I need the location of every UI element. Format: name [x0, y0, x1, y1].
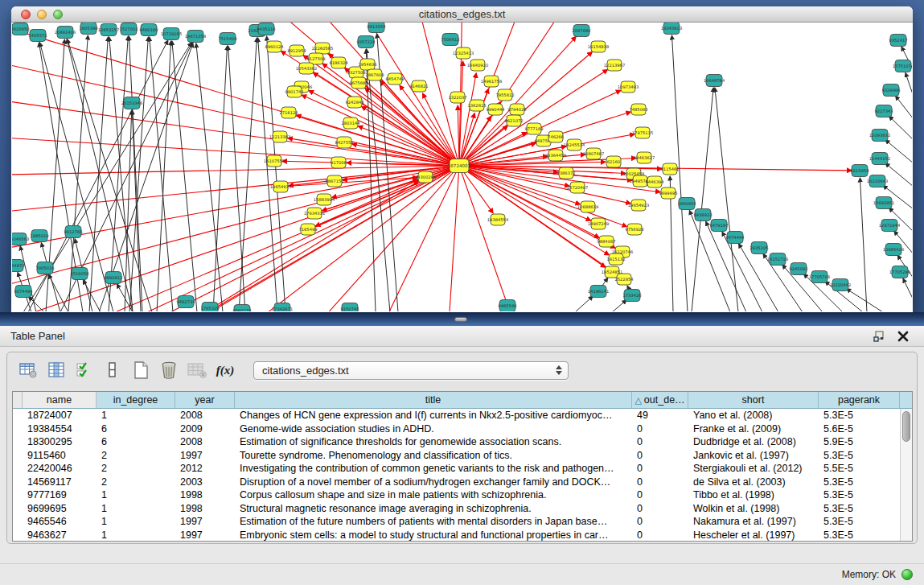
cell-short[interactable]: Hescheler et al. (1997): [688, 529, 819, 542]
cell-name[interactable]: 9699695: [23, 502, 97, 516]
column-header-title[interactable]: title: [235, 392, 632, 408]
table-row[interactable]: 1872400712008Changes of HCN gene express…: [13, 409, 912, 422]
cell-pagerank[interactable]: 5.3E-5: [819, 449, 900, 463]
cell-pagerank[interactable]: 5.3E-5: [819, 476, 900, 489]
cell-short[interactable]: Dudbridge et al. (2008): [688, 435, 819, 449]
cell-pagerank[interactable]: 5.3E-5: [819, 502, 900, 516]
cell-short[interactable]: Stergiakouli et al. (2012): [688, 462, 819, 476]
cell-short[interactable]: Yano et al. (2008): [688, 409, 819, 422]
cell-out_de[interactable]: 0: [632, 488, 688, 502]
cell-in_degree[interactable]: 1: [97, 515, 175, 529]
window-titlebar[interactable]: citations_edges.txt: [11, 6, 913, 23]
table-row[interactable]: 946362711997Embryonic stem cells: a mode…: [13, 529, 912, 542]
show-columns-button[interactable]: [45, 359, 68, 381]
network-table-selector[interactable]: citations_edges.txt: [253, 361, 569, 380]
cell-name[interactable]: 18300295: [23, 435, 97, 449]
cell-year[interactable]: 2008: [175, 435, 235, 449]
column-header-year[interactable]: year: [175, 392, 235, 408]
zoom-window-button[interactable]: [53, 10, 63, 19]
float-panel-icon[interactable]: [873, 330, 885, 343]
cell-title[interactable]: Structural magnetic resonance image aver…: [235, 502, 632, 516]
column-header-out_de[interactable]: △out_de…: [632, 392, 688, 408]
column-header-name[interactable]: name: [23, 392, 97, 408]
cell-short[interactable]: Wolkin et al. (1998): [688, 502, 819, 516]
cell-in_degree[interactable]: 1: [97, 488, 175, 502]
table-row[interactable]: 1938455462009Genome-wide association stu…: [13, 422, 912, 436]
cell-name[interactable]: 9463627: [23, 529, 97, 542]
cell-short[interactable]: Tibbo et al. (1998): [688, 488, 819, 502]
cell-pagerank[interactable]: 5.3E-5: [819, 409, 900, 422]
cell-title[interactable]: Estimation of the future numbers of pati…: [235, 515, 632, 529]
cell-title[interactable]: Tourette syndrome. Phenomenology and cla…: [235, 449, 632, 463]
table-row[interactable]: 977716911998Corpus callosum shape and si…: [13, 488, 912, 502]
table-settings-button[interactable]: [17, 359, 39, 381]
cell-out_de[interactable]: 0: [632, 462, 688, 476]
cell-year[interactable]: 2008: [175, 409, 235, 422]
cell-year[interactable]: 2003: [175, 476, 235, 489]
cell-out_de[interactable]: 0: [632, 449, 688, 463]
cell-out_de[interactable]: 0: [632, 515, 688, 529]
cell-title[interactable]: Corpus callosum shape and size in male p…: [235, 488, 632, 502]
column-mode-button[interactable]: [101, 359, 124, 381]
cell-short[interactable]: Franke et al. (2009): [688, 422, 819, 436]
citation-network-graph[interactable]: 2620650140557220891406160539810653257152…: [12, 23, 912, 311]
cell-pagerank[interactable]: 5.3E-5: [819, 515, 900, 529]
cell-in_degree[interactable]: 2: [97, 449, 175, 463]
cell-out_de[interactable]: 0: [632, 529, 688, 542]
cell-year[interactable]: 1998: [175, 502, 235, 516]
cell-year[interactable]: 1998: [175, 488, 235, 502]
network-canvas[interactable]: 2620650140557220891406160539810653257152…: [12, 23, 912, 311]
cell-year[interactable]: 1997: [175, 515, 235, 529]
cell-name[interactable]: 22420046: [23, 462, 97, 476]
cell-pagerank[interactable]: 5.3E-5: [819, 488, 900, 502]
cell-short[interactable]: Jankovic et al. (1997): [688, 449, 819, 463]
cell-out_de[interactable]: 49: [632, 409, 688, 422]
cell-year[interactable]: 1997: [175, 529, 235, 542]
cell-in_degree[interactable]: 2: [97, 476, 175, 489]
cell-short[interactable]: de Silva et al. (2003): [688, 476, 819, 489]
scrollbar-thumb[interactable]: [902, 411, 910, 442]
cell-year[interactable]: 2012: [175, 462, 235, 476]
cell-in_degree[interactable]: 1: [97, 502, 175, 516]
table-row[interactable]: 1830029562008Estimation of significance …: [13, 435, 912, 449]
cell-title[interactable]: Changes of HCN gene expression and I(f) …: [235, 409, 632, 422]
column-header-in_degree[interactable]: in_degree: [97, 392, 175, 408]
column-header-short[interactable]: short: [688, 392, 819, 408]
minimize-window-button[interactable]: [37, 10, 47, 19]
cell-in_degree[interactable]: 1: [97, 409, 175, 422]
cell-year[interactable]: 2009: [175, 422, 235, 436]
cell-out_de[interactable]: 0: [632, 422, 688, 436]
cell-title[interactable]: Embryonic stem cells: a model to study s…: [235, 529, 632, 542]
cell-in_degree[interactable]: 2: [97, 462, 175, 476]
cell-name[interactable]: 14569117: [23, 476, 97, 489]
cell-pagerank[interactable]: 5.6E-5: [819, 422, 900, 436]
cell-out_de[interactable]: 0: [632, 502, 688, 516]
close-panel-icon[interactable]: [897, 330, 910, 343]
cell-in_degree[interactable]: 6: [97, 422, 175, 436]
vertical-scrollbar[interactable]: [900, 409, 912, 541]
cell-short[interactable]: Nakamura et al. (1997): [688, 515, 819, 529]
cell-name[interactable]: 9465546: [23, 515, 97, 529]
delete-rows-button[interactable]: [158, 359, 180, 381]
row-selection-mode-button[interactable]: [73, 359, 96, 381]
cell-pagerank[interactable]: 5.3E-5: [819, 529, 900, 542]
cell-title[interactable]: Estimation of significance thresholds fo…: [235, 435, 632, 449]
create-new-table-button[interactable]: [129, 359, 152, 381]
cell-out_de[interactable]: 0: [632, 476, 688, 489]
cell-name[interactable]: 19384554: [23, 422, 97, 436]
cell-name[interactable]: 9777169: [23, 488, 97, 502]
cell-title[interactable]: Investigating the contribution of common…: [235, 462, 632, 476]
table-row[interactable]: 911546021997Tourette syndrome. Phenomeno…: [13, 449, 912, 463]
panel-splitter[interactable]: [0, 312, 924, 326]
cell-name[interactable]: 9115460: [23, 449, 97, 463]
cell-title[interactable]: Disruption of a novel member of a sodium…: [235, 476, 632, 489]
cell-in_degree[interactable]: 1: [97, 529, 175, 542]
cell-in_degree[interactable]: 6: [97, 435, 175, 449]
table-row[interactable]: 2242004622012Investigating the contribut…: [13, 462, 912, 476]
cell-year[interactable]: 1997: [175, 449, 235, 463]
function-builder-button[interactable]: f(x): [214, 359, 236, 381]
cell-title[interactable]: Genome-wide association studies in ADHD.: [235, 422, 632, 436]
cell-pagerank[interactable]: 5.9E-5: [819, 435, 900, 449]
column-header-pagerank[interactable]: pagerank: [819, 392, 900, 408]
delete-table-button[interactable]: [186, 359, 208, 381]
